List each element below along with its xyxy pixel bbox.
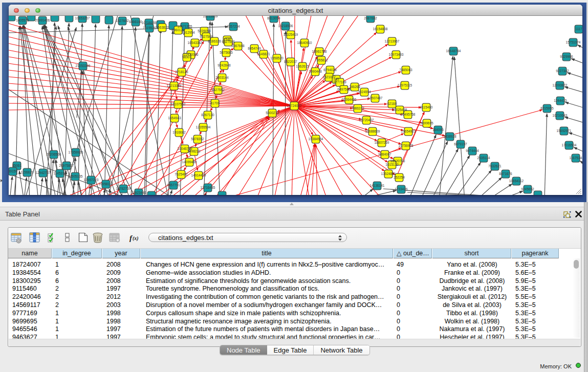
svg-text:14099489: 14099489 bbox=[182, 160, 197, 164]
svg-text:14136141: 14136141 bbox=[370, 184, 385, 187]
svg-text:8215955: 8215955 bbox=[540, 106, 554, 110]
svg-text:9474444: 9474444 bbox=[466, 149, 479, 152]
svg-text:16782759: 16782759 bbox=[116, 187, 131, 190]
svg-text:19654923: 19654923 bbox=[401, 129, 416, 133]
svg-text:98901: 98901 bbox=[182, 55, 191, 59]
svg-text:12505135: 12505135 bbox=[68, 174, 83, 178]
svg-text:16648784: 16648784 bbox=[446, 49, 461, 53]
svg-text:15751074: 15751074 bbox=[566, 40, 581, 44]
svg-text:9115460: 9115460 bbox=[420, 105, 433, 109]
svg-text:6466160: 6466160 bbox=[129, 20, 142, 24]
svg-text:7625402: 7625402 bbox=[175, 172, 188, 176]
svg-text:1117: 1117 bbox=[575, 27, 582, 31]
svg-text:9884067: 9884067 bbox=[378, 152, 391, 156]
svg-text:85061: 85061 bbox=[12, 164, 21, 167]
svg-text:1156829: 1156829 bbox=[21, 170, 34, 174]
svg-text:39159: 39159 bbox=[9, 169, 17, 173]
svg-text:17016504: 17016504 bbox=[562, 143, 577, 147]
svg-text:11325419: 11325419 bbox=[284, 33, 298, 36]
svg-text:252254: 252254 bbox=[394, 176, 405, 179]
svg-text:5878352: 5878352 bbox=[191, 137, 204, 141]
svg-text:19384554: 19384554 bbox=[309, 137, 323, 141]
svg-text:6879197: 6879197 bbox=[454, 142, 467, 146]
svg-text:6497568: 6497568 bbox=[337, 87, 351, 91]
svg-text:19218506: 19218506 bbox=[278, 24, 293, 28]
svg-text:1615132: 1615132 bbox=[385, 163, 399, 166]
svg-text:10507487: 10507487 bbox=[368, 96, 383, 100]
svg-text:8427552: 8427552 bbox=[211, 88, 225, 92]
svg-text:1362615: 1362615 bbox=[296, 64, 309, 68]
svg-text:8186328: 8186328 bbox=[208, 39, 221, 43]
svg-text:2087682: 2087682 bbox=[364, 16, 377, 20]
svg-text:7955812: 7955812 bbox=[315, 58, 328, 62]
svg-text:17359926: 17359926 bbox=[69, 150, 83, 154]
svg-text:1167534: 1167534 bbox=[570, 156, 582, 160]
svg-text:3024554: 3024554 bbox=[358, 90, 371, 94]
svg-text:9457791: 9457791 bbox=[167, 183, 180, 187]
svg-text:12213967: 12213967 bbox=[385, 39, 400, 43]
svg-text:9699695: 9699695 bbox=[420, 121, 433, 125]
svg-text:16107552: 16107552 bbox=[171, 102, 186, 106]
svg-text:8471676: 8471676 bbox=[499, 172, 512, 176]
svg-text:5498222: 5498222 bbox=[187, 149, 201, 153]
svg-text:62160: 62160 bbox=[387, 102, 397, 105]
svg-text:10756928: 10756928 bbox=[399, 144, 413, 147]
svg-text:9327508: 9327508 bbox=[222, 40, 235, 43]
svg-text:16543382: 16543382 bbox=[188, 41, 203, 45]
svg-text:2718126: 2718126 bbox=[175, 70, 188, 74]
svg-text:10973493: 10973493 bbox=[389, 53, 404, 56]
svg-text:164095: 164095 bbox=[432, 128, 444, 132]
svg-text:8454749: 8454749 bbox=[248, 47, 261, 50]
svg-text:12093872: 12093872 bbox=[553, 83, 568, 87]
svg-text:9245652: 9245652 bbox=[521, 187, 534, 191]
svg-text:1733426: 1733426 bbox=[395, 187, 408, 191]
svg-text:16033809: 16033809 bbox=[203, 16, 218, 18]
svg-text:7515526: 7515526 bbox=[143, 26, 156, 30]
svg-text:8267130: 8267130 bbox=[201, 113, 214, 117]
svg-text:18640910: 18640910 bbox=[297, 41, 312, 45]
svg-text:746266: 746266 bbox=[349, 85, 360, 89]
svg-text:5300273: 5300273 bbox=[266, 111, 279, 115]
svg-text:9146821: 9146821 bbox=[257, 52, 270, 56]
svg-text:12355594: 12355594 bbox=[196, 125, 211, 129]
svg-text:16154808: 16154808 bbox=[373, 27, 388, 31]
svg-text:18807269: 18807269 bbox=[375, 141, 389, 144]
svg-text:13716485: 13716485 bbox=[201, 186, 215, 189]
svg-text:(x): (x) bbox=[133, 235, 139, 242]
svg-text:16495758: 16495758 bbox=[401, 113, 416, 116]
svg-text:20991406: 20991406 bbox=[35, 18, 50, 22]
svg-text:15720407: 15720407 bbox=[359, 118, 374, 122]
svg-text:8522037: 8522037 bbox=[284, 60, 297, 63]
svg-text:18724007: 18724007 bbox=[287, 104, 302, 107]
svg-text:14914479: 14914479 bbox=[191, 173, 206, 177]
svg-text:1527602: 1527602 bbox=[116, 19, 129, 23]
svg-text:8912954: 8912954 bbox=[182, 31, 195, 34]
svg-text:1244415: 1244415 bbox=[554, 99, 567, 102]
svg-text:7986372: 7986372 bbox=[351, 106, 364, 110]
svg-text:5875685: 5875685 bbox=[220, 51, 233, 54]
svg-text:2367608: 2367608 bbox=[231, 44, 245, 48]
svg-text:12213369: 12213369 bbox=[167, 84, 182, 87]
svg-text:7663822: 7663822 bbox=[156, 26, 169, 29]
svg-text:6794028: 6794028 bbox=[323, 68, 337, 72]
svg-text:2803144: 2803144 bbox=[215, 76, 229, 79]
svg-text:21053346: 21053346 bbox=[76, 64, 91, 68]
svg-text:9329966: 9329966 bbox=[560, 55, 573, 58]
svg-text:15692971: 15692971 bbox=[557, 129, 572, 133]
svg-text:20206566: 20206566 bbox=[47, 152, 61, 156]
svg-text:17957223: 17957223 bbox=[84, 178, 99, 182]
svg-text:5226058: 5226058 bbox=[198, 29, 211, 33]
svg-text:7632621: 7632621 bbox=[488, 164, 502, 168]
svg-text:1916682: 1916682 bbox=[172, 130, 186, 134]
svg-text:8813054: 8813054 bbox=[267, 16, 280, 20]
svg-text:5938928: 5938928 bbox=[443, 135, 456, 138]
svg-text:16520746: 16520746 bbox=[390, 159, 405, 163]
svg-text:10688609: 10688609 bbox=[365, 129, 380, 133]
svg-text:12975115: 12975115 bbox=[398, 83, 412, 87]
svg-text:1405572: 1405572 bbox=[16, 18, 29, 22]
svg-text:13524851: 13524851 bbox=[381, 172, 396, 176]
svg-text:1145194: 1145194 bbox=[54, 171, 67, 175]
svg-text:2935114: 2935114 bbox=[477, 156, 490, 160]
svg-text:20975867: 20975867 bbox=[59, 164, 74, 167]
svg-text:41700: 41700 bbox=[210, 101, 220, 105]
